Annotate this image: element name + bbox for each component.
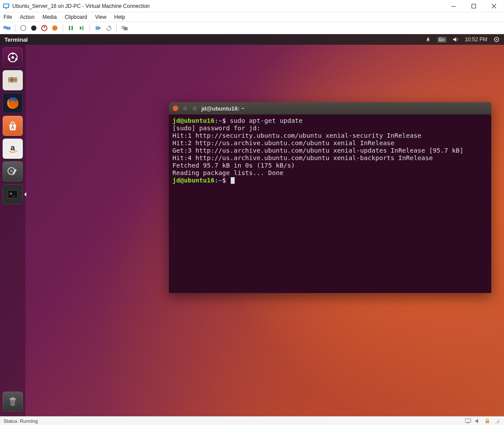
svg-rect-6: [7, 27, 10, 29]
svg-point-56: [498, 420, 499, 421]
lock-icon[interactable]: [484, 418, 491, 425]
terminal-command: sudo apt-get update: [230, 117, 303, 124]
svg-line-46: [14, 400, 14, 405]
amazon-icon[interactable]: a: [3, 139, 23, 159]
svg-rect-5: [4, 26, 7, 29]
files-icon[interactable]: [3, 70, 23, 90]
svg-rect-43: [11, 397, 14, 398]
terminal-maximize-button[interactable]: [192, 105, 198, 111]
svg-point-53: [498, 421, 499, 422]
svg-rect-10: [44, 25, 45, 28]
terminal-line: [sudo] password for jd:: [172, 125, 261, 132]
start-button[interactable]: [19, 24, 28, 32]
svg-text:>_: >_: [10, 191, 15, 196]
terminal-line: Hit:4 http://us.archive.ubuntu.com/ubunt…: [172, 154, 433, 161]
terminal-line: Fetched 95.7 kB in 0s (175 kB/s): [172, 162, 295, 169]
ctrl-alt-del-button[interactable]: [3, 24, 11, 32]
menu-clipboard[interactable]: Clipboard: [64, 14, 87, 20]
clock[interactable]: 10:52 PM: [465, 36, 487, 43]
menu-view[interactable]: View: [95, 14, 107, 20]
menu-file[interactable]: File: [4, 14, 12, 20]
firefox-icon[interactable]: [3, 93, 23, 113]
checkpoint-button[interactable]: [93, 24, 102, 32]
svg-rect-32: [11, 77, 12, 82]
svg-text:A: A: [11, 125, 14, 130]
svg-rect-20: [124, 27, 128, 30]
display-config-icon[interactable]: [465, 418, 472, 425]
svg-rect-47: [465, 419, 471, 422]
terminal-close-button[interactable]: [172, 105, 179, 111]
revert-button[interactable]: [104, 24, 113, 32]
speaker-icon[interactable]: [474, 418, 481, 425]
svg-line-44: [11, 400, 12, 405]
close-button[interactable]: [484, 0, 504, 12]
terminal-body[interactable]: jd@ubuntu16:~$ sudo apt-get update [sudo…: [169, 114, 491, 187]
status-text: Status: Running: [4, 418, 38, 424]
prompt-user: jd@ubuntu16: [172, 117, 214, 124]
dash-icon[interactable]: [3, 47, 23, 68]
reset-button[interactable]: [77, 24, 86, 32]
shutdown-button[interactable]: [40, 24, 49, 32]
prompt-path: ~: [218, 177, 222, 184]
menu-help[interactable]: Help: [114, 14, 125, 20]
maximize-button[interactable]: [464, 0, 484, 12]
terminal-cursor: [231, 177, 235, 184]
svg-point-38: [10, 170, 13, 172]
svg-text:a: a: [11, 143, 15, 152]
minimize-button[interactable]: [443, 0, 464, 12]
terminal-minimize-button[interactable]: [182, 105, 188, 111]
svg-marker-14: [80, 26, 82, 30]
svg-rect-16: [96, 26, 99, 30]
svg-rect-29: [8, 77, 17, 79]
sound-icon[interactable]: [453, 36, 459, 43]
svg-rect-4: [472, 4, 476, 8]
svg-point-28: [11, 56, 14, 59]
svg-point-51: [498, 422, 499, 423]
svg-point-11: [52, 25, 57, 31]
svg-rect-3: [451, 6, 456, 7]
svg-rect-42: [10, 398, 16, 400]
svg-point-26: [8, 58, 11, 61]
unity-launcher: A a >_: [0, 45, 25, 416]
terminal-title: jd@ubuntu16: ~: [201, 105, 244, 112]
system-menu-icon[interactable]: [493, 36, 500, 43]
active-app-label: Terminal: [4, 36, 28, 43]
terminal-line: Hit:2 http://us.archive.ubuntu.com/ubunt…: [172, 139, 394, 146]
pause-button[interactable]: [67, 24, 75, 32]
terminal-line: Get:3 http://us.archive.ubuntu.com/ubunt…: [172, 147, 463, 154]
network-icon[interactable]: [425, 36, 431, 43]
terminal-titlebar[interactable]: jd@ubuntu16: ~: [169, 102, 491, 114]
status-bar: Status: Running: [0, 416, 504, 425]
hyperv-app-icon: [3, 3, 10, 10]
window-titlebar: Ubuntu_Server_16 on JD-PC - Virtual Mach…: [0, 0, 504, 12]
turnoff-button[interactable]: [29, 24, 38, 32]
svg-rect-30: [8, 79, 17, 81]
resize-grip-icon[interactable]: [493, 418, 500, 425]
svg-rect-1: [4, 4, 8, 7]
svg-rect-12: [69, 26, 70, 30]
software-center-icon[interactable]: A: [3, 116, 23, 136]
svg-rect-2: [5, 8, 7, 9]
svg-rect-31: [8, 81, 17, 82]
menu-media[interactable]: Media: [43, 14, 57, 20]
enhanced-session-button[interactable]: [120, 24, 129, 32]
svg-rect-13: [71, 26, 73, 30]
settings-icon[interactable]: [3, 161, 23, 182]
terminal-icon[interactable]: >_: [3, 184, 23, 204]
menu-action[interactable]: Action: [20, 14, 34, 20]
svg-point-54: [496, 422, 497, 423]
svg-point-52: [497, 422, 498, 423]
trash-icon[interactable]: [3, 392, 23, 412]
keyboard-layout-indicator[interactable]: En: [437, 37, 447, 43]
toolbar: [0, 22, 504, 34]
ubuntu-top-panel: Terminal En 10:52 PM: [0, 34, 504, 45]
terminal-window[interactable]: jd@ubuntu16: ~ jd@ubuntu16:~$ sudo apt-g…: [169, 102, 491, 293]
save-button[interactable]: [50, 24, 59, 32]
menu-bar: File Action Media Clipboard View Help: [0, 12, 504, 22]
svg-marker-21: [453, 37, 456, 42]
svg-point-8: [31, 25, 36, 31]
prompt-user: jd@ubuntu16: [172, 177, 214, 184]
svg-point-7: [21, 25, 26, 31]
vm-viewport[interactable]: Terminal En 10:52 PM A a >_: [0, 34, 504, 416]
window-title: Ubuntu_Server_16 on JD-PC - Virtual Mach…: [12, 3, 150, 9]
